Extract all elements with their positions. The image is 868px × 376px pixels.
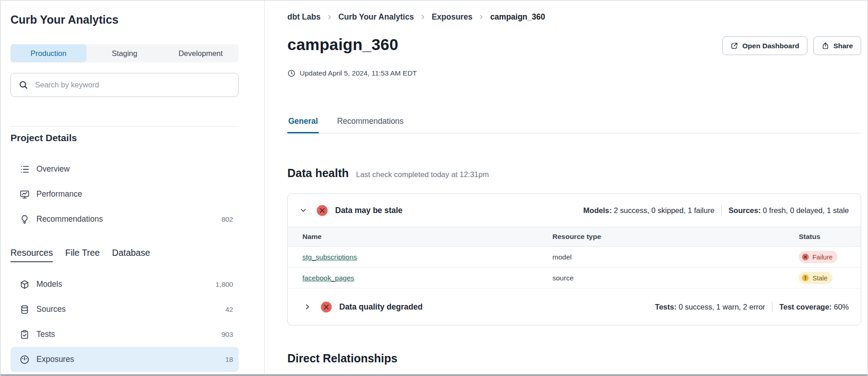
stats-divider bbox=[721, 205, 722, 215]
x-circle-small-icon bbox=[802, 253, 809, 261]
column-header-name: Name bbox=[302, 233, 552, 241]
direct-relationships-heading: Direct Relationships bbox=[287, 352, 861, 365]
status-badge-failure: Failure bbox=[799, 251, 837, 263]
updated-text: Updated April 5, 2024, 11:53 AM EDT bbox=[300, 69, 417, 77]
table-row: facebook_pages source Stale bbox=[288, 268, 861, 289]
stats-divider bbox=[772, 302, 772, 312]
stale-group-stats: Models: 2 success, 0 skipped, 1 failure … bbox=[583, 205, 849, 215]
resource-link-facebook-pages[interactable]: facebook_pages bbox=[302, 274, 354, 282]
sidebar: Curb Your Analytics Production Staging D… bbox=[0, 0, 265, 374]
sidebar-item-label: Recommendations bbox=[36, 214, 103, 224]
sidebar-item-count: 42 bbox=[225, 305, 233, 314]
sidebar-item-recommendations[interactable]: Recommendations 802 bbox=[10, 207, 239, 232]
sidebar-item-label: Performance bbox=[36, 189, 82, 199]
column-header-status: Status bbox=[799, 233, 842, 241]
chevron-right-icon bbox=[420, 14, 426, 20]
share-icon bbox=[822, 42, 829, 50]
tab-database[interactable]: Database bbox=[112, 248, 150, 262]
breadcrumb-item-dbt-labs[interactable]: dbt Labs bbox=[287, 12, 321, 22]
test-coverage-stat: Test coverage: 60% bbox=[779, 303, 849, 311]
env-tab-production[interactable]: Production bbox=[10, 44, 87, 62]
project-details-nav: Overview Performance Recommendations 80 bbox=[10, 157, 239, 232]
cube-icon bbox=[20, 279, 30, 290]
chevron-right-icon bbox=[303, 303, 311, 311]
sidebar-item-tests[interactable]: Tests 903 bbox=[10, 322, 239, 347]
title-row: campaign_360 Open Dashboard Share bbox=[287, 36, 861, 55]
data-health-card: Data may be stale Models: 2 success, 0 s… bbox=[287, 193, 861, 325]
share-button[interactable]: Share bbox=[813, 36, 861, 55]
sidebar-item-label: Sources bbox=[36, 305, 66, 314]
clock-icon bbox=[287, 69, 296, 77]
sidebar-item-label: Overview bbox=[36, 164, 70, 174]
sidebar-item-models[interactable]: Models 1,800 bbox=[10, 272, 239, 297]
monitor-chart-icon bbox=[20, 189, 30, 199]
search-icon bbox=[19, 80, 28, 90]
expand-toggle-button[interactable] bbox=[303, 303, 311, 311]
sidebar-item-label: Models bbox=[36, 279, 62, 289]
sidebar-item-performance[interactable]: Performance bbox=[10, 182, 239, 207]
action-buttons: Open Dashboard Share bbox=[722, 36, 861, 55]
breadcrumb-item-current: campaign_360 bbox=[490, 12, 545, 22]
env-tab-staging[interactable]: Staging bbox=[87, 44, 163, 62]
health-table-header: Name Resource type Status bbox=[288, 227, 861, 247]
x-circle-icon bbox=[316, 204, 328, 217]
quality-group-stats: Tests: 0 success, 1 warn, 2 error Test c… bbox=[655, 302, 849, 312]
gauge-icon bbox=[20, 355, 30, 365]
stale-group-row: Data may be stale Models: 2 success, 0 s… bbox=[288, 194, 861, 227]
sidebar-item-exposures[interactable]: Exposures 18 bbox=[10, 347, 239, 372]
sidebar-item-count: 802 bbox=[221, 215, 233, 224]
column-header-resource-type: Resource type bbox=[552, 233, 799, 241]
resources-nav: Models 1,800 Sources 42 Tests bbox=[10, 272, 239, 372]
sources-stat: Sources: 0 fresh, 0 delayed, 1 stale bbox=[729, 206, 849, 215]
data-health-heading: Data health bbox=[287, 167, 349, 180]
sidebar-item-count: 18 bbox=[225, 356, 233, 364]
search-input[interactable] bbox=[34, 80, 230, 90]
quality-group-row: Data quality degraded Tests: 0 success, … bbox=[288, 289, 861, 325]
lightbulb-icon bbox=[20, 214, 30, 224]
external-link-icon bbox=[730, 42, 738, 50]
quality-group-title: Data quality degraded bbox=[339, 302, 423, 312]
exclamation-circle-small-icon bbox=[802, 274, 809, 282]
x-circle-icon bbox=[320, 301, 332, 313]
tab-general[interactable]: General bbox=[287, 117, 319, 133]
project-details-heading: Project Details bbox=[10, 132, 239, 143]
chevron-down-icon bbox=[299, 206, 307, 214]
status-badge-stale: Stale bbox=[799, 272, 832, 284]
list-icon bbox=[20, 164, 30, 174]
database-icon bbox=[20, 305, 30, 315]
sidebar-item-label: Tests bbox=[36, 330, 55, 339]
sidebar-item-count: 1,800 bbox=[215, 280, 233, 289]
breadcrumb-item-project[interactable]: Curb Your Analytics bbox=[338, 12, 414, 22]
tab-resources[interactable]: Resources bbox=[10, 248, 53, 262]
main-content: dbt Labs Curb Your Analytics Exposures c… bbox=[265, 0, 868, 374]
stale-group-title: Data may be stale bbox=[335, 206, 403, 215]
env-tab-development[interactable]: Development bbox=[163, 44, 239, 62]
collapse-toggle-button[interactable] bbox=[299, 206, 307, 214]
tests-stat: Tests: 0 success, 1 warn, 2 error bbox=[655, 303, 765, 311]
sidebar-item-label: Exposures bbox=[36, 355, 74, 364]
open-dashboard-label: Open Dashboard bbox=[742, 42, 799, 50]
data-health-subtitle: Last check completed today at 12:31pm bbox=[356, 170, 489, 179]
table-row: stg_subscriptions model Failure bbox=[288, 247, 861, 268]
search-box[interactable] bbox=[10, 73, 239, 97]
tab-recommendations[interactable]: Recommendations bbox=[336, 117, 404, 133]
clipboard-check-icon bbox=[20, 330, 30, 340]
data-health-header: Data health Last check completed today a… bbox=[287, 167, 861, 180]
page-title: campaign_360 bbox=[287, 36, 398, 54]
open-dashboard-button[interactable]: Open Dashboard bbox=[722, 36, 807, 55]
sidebar-item-sources[interactable]: Sources 42 bbox=[10, 297, 239, 322]
tab-file-tree[interactable]: File Tree bbox=[65, 248, 100, 262]
breadcrumb-item-exposures[interactable]: Exposures bbox=[432, 12, 472, 22]
sidebar-divider bbox=[10, 126, 239, 127]
sidebar-item-overview[interactable]: Overview bbox=[10, 157, 239, 182]
resource-type-cell: source bbox=[552, 274, 799, 282]
page-tabs: General Recommendations bbox=[287, 117, 861, 133]
chevron-right-icon bbox=[327, 14, 332, 20]
resource-view-tabs: Resources File Tree Database bbox=[10, 248, 239, 262]
resource-type-cell: model bbox=[552, 253, 799, 261]
share-label: Share bbox=[833, 42, 853, 50]
resource-link-stg-subscriptions[interactable]: stg_subscriptions bbox=[302, 253, 357, 261]
sidebar-item-count: 903 bbox=[221, 330, 233, 339]
environment-switcher: Production Staging Development bbox=[10, 44, 239, 62]
project-title: Curb Your Analytics bbox=[10, 13, 239, 26]
